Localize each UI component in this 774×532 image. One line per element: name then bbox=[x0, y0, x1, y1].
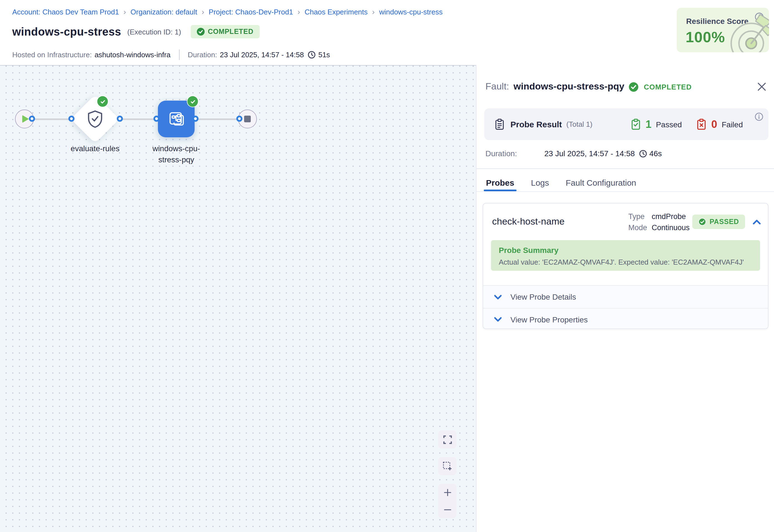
clipboard-check-icon bbox=[631, 118, 641, 130]
duration-value: 23 Jul 2025, 14:57 - 14:58 bbox=[220, 51, 304, 59]
zoom-out-button[interactable] bbox=[438, 501, 457, 518]
edge-connector-dot bbox=[68, 116, 75, 122]
resilience-score-card: Resilience Score 100% bbox=[677, 8, 769, 52]
fullscreen-button[interactable] bbox=[438, 430, 457, 449]
breadcrumb-current-experiment[interactable]: windows-cpu-stress bbox=[379, 8, 443, 16]
check-circle-icon bbox=[197, 28, 204, 36]
check-circle-icon bbox=[698, 218, 706, 226]
fault-duration-label: Duration: bbox=[485, 149, 544, 158]
passed-label: Passed bbox=[656, 120, 682, 129]
execution-id: (Execution ID: 1) bbox=[127, 28, 181, 36]
probe-result-counts: 1 Passed 0 Failed bbox=[631, 118, 743, 130]
probe-summary-text: Actual value: 'EC2AMAZ-QMVAF4J'. Expecte… bbox=[499, 258, 752, 266]
app: Account: Chaos Dev Team Prod1 › Organiza… bbox=[0, 0, 774, 532]
panel-tabs: Probes Logs Fault Configuration bbox=[485, 174, 637, 191]
edge-connector-dot bbox=[192, 116, 199, 122]
duration-label: Duration: bbox=[188, 51, 217, 59]
fault-duration-row: Duration: 23 Jul 2025, 14:57 - 14:58 46s bbox=[485, 149, 662, 158]
fault-details-panel: Fault: windows-cpu-stress-pqy COMPLETED … bbox=[476, 65, 774, 532]
probe-card-header[interactable]: check-host-name Type cmdProbe Mode Conti… bbox=[483, 203, 768, 240]
failed-count: 0 bbox=[711, 118, 717, 130]
close-icon[interactable] bbox=[757, 82, 766, 91]
clock-icon bbox=[639, 149, 647, 158]
page-title: windows-cpu-stress bbox=[12, 25, 121, 38]
fault-icon bbox=[167, 110, 186, 128]
status-badge-label: COMPLETED bbox=[208, 28, 253, 36]
view-probe-details-label: View Probe Details bbox=[510, 292, 576, 301]
probe-summary-title: Probe Summary bbox=[499, 246, 752, 255]
hosted-on-label: Hosted on Infrastructure: bbox=[12, 51, 92, 59]
passed-count: 1 bbox=[646, 118, 651, 130]
probe-card: check-host-name Type cmdProbe Mode Conti… bbox=[483, 203, 768, 329]
edge-connector-dot bbox=[153, 116, 160, 122]
selection-mode-button[interactable] bbox=[438, 457, 457, 475]
fullscreen-icon bbox=[443, 435, 452, 444]
probe-type-label: Type bbox=[628, 212, 652, 220]
status-badge: COMPLETED bbox=[190, 25, 259, 38]
edge-connector-dot bbox=[29, 116, 35, 122]
clipboard-icon bbox=[494, 118, 505, 130]
fault-duration-value: 23 Jul 2025, 14:57 - 14:58 bbox=[544, 149, 635, 158]
divider bbox=[477, 168, 774, 169]
probe-status-badge: PASSED bbox=[692, 215, 745, 229]
failed-label: Failed bbox=[722, 120, 743, 129]
tab-logs[interactable]: Logs bbox=[530, 174, 550, 191]
target-illustration bbox=[721, 11, 769, 52]
resilience-score-value: 100% bbox=[686, 29, 725, 46]
page-header: Account: Chaos Dev Team Prod1 › Organiza… bbox=[0, 0, 774, 65]
play-icon bbox=[22, 115, 29, 123]
probe-result-summary: Probe Result (Total 1) 1 Passed 0 Failed bbox=[484, 108, 768, 140]
tab-probes[interactable]: Probes bbox=[485, 174, 515, 191]
pipeline-edge bbox=[24, 118, 247, 120]
probe-mode-value: Continuous bbox=[652, 223, 692, 232]
windows-cpu-stress-label: windows-cpu-stress-pqy bbox=[148, 143, 205, 165]
probe-mode-label: Mode bbox=[628, 223, 652, 232]
clipboard-x-icon bbox=[696, 118, 707, 130]
meta-row: Hosted on Infrastructure: ashutosh-windo… bbox=[12, 49, 330, 60]
probe-result-title: Probe Result bbox=[510, 120, 562, 129]
fault-label: Fault: bbox=[485, 81, 509, 92]
tab-fault-configuration[interactable]: Fault Configuration bbox=[565, 174, 637, 191]
success-check-badge bbox=[187, 96, 199, 107]
selection-icon bbox=[443, 461, 452, 471]
view-probe-details-row[interactable]: View Probe Details bbox=[483, 286, 768, 308]
breadcrumb-separator: › bbox=[123, 7, 126, 16]
zoom-controls bbox=[438, 484, 457, 518]
fault-status: COMPLETED bbox=[644, 83, 692, 91]
divider bbox=[179, 49, 179, 60]
probe-status-label: PASSED bbox=[709, 218, 739, 226]
probe-type-value: cmdProbe bbox=[652, 212, 692, 220]
breadcrumb-account[interactable]: Account: Chaos Dev Team Prod1 bbox=[12, 8, 119, 16]
breadcrumb-separator: › bbox=[202, 7, 204, 16]
probe-expanders: View Probe Details View Probe Properties bbox=[483, 285, 768, 329]
success-check-badge bbox=[97, 96, 108, 107]
breadcrumb-separator: › bbox=[297, 7, 300, 16]
probe-result-total: (Total 1) bbox=[566, 120, 592, 128]
divider bbox=[477, 191, 774, 192]
chevron-down-icon bbox=[494, 317, 502, 322]
probe-meta: Type cmdProbe Mode Continuous bbox=[628, 212, 692, 232]
breadcrumb-organization[interactable]: Organization: default bbox=[130, 8, 197, 16]
breadcrumb-chaos-experiments[interactable]: Chaos Experiments bbox=[304, 8, 368, 16]
view-probe-properties-row[interactable]: View Probe Properties bbox=[483, 308, 768, 329]
pipeline-canvas[interactable]: evaluate-rules windows-cpu-stress-pqy bbox=[0, 65, 476, 532]
probe-summary-box: Probe Summary Actual value: 'EC2AMAZ-QMV… bbox=[491, 240, 760, 271]
clock-icon bbox=[308, 51, 316, 59]
breadcrumb-separator: › bbox=[372, 7, 374, 16]
chevron-up-icon[interactable] bbox=[753, 219, 761, 224]
breadcrumb-project[interactable]: Project: Chaos-Dev-Prod1 bbox=[209, 8, 293, 16]
info-icon[interactable] bbox=[755, 112, 763, 123]
duration-seconds: 51s bbox=[318, 51, 330, 59]
view-probe-properties-label: View Probe Properties bbox=[510, 315, 588, 324]
evaluate-rules-label: evaluate-rules bbox=[56, 143, 134, 154]
zoom-in-button[interactable] bbox=[438, 484, 457, 501]
chevron-down-icon bbox=[494, 294, 502, 299]
fault-duration-seconds: 46s bbox=[649, 149, 662, 158]
title-row: windows-cpu-stress (Execution ID: 1) COM… bbox=[12, 25, 260, 38]
stop-icon bbox=[244, 116, 251, 122]
fault-name: windows-cpu-stress-pqy bbox=[513, 81, 624, 92]
check-circle-icon bbox=[629, 82, 638, 91]
edge-connector-dot bbox=[117, 116, 123, 122]
infrastructure-name: ashutosh-windows-infra bbox=[95, 51, 170, 59]
breadcrumb: Account: Chaos Dev Team Prod1 › Organiza… bbox=[12, 7, 443, 16]
